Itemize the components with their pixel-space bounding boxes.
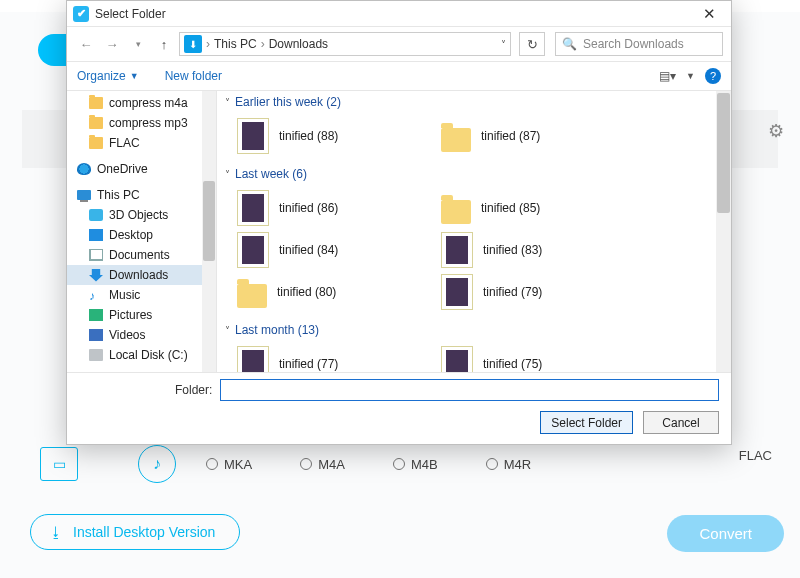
video-format-icon[interactable]: ▭ [40,447,78,481]
folder-item[interactable]: tinified (88) [237,115,441,157]
breadcrumb-leaf[interactable]: Downloads [269,37,328,51]
chevron-down-icon[interactable]: ▼ [686,71,695,81]
folder-item-label: tinified (80) [277,285,336,299]
tree-scrollbar[interactable] [202,91,216,372]
folder-thumbnail [237,118,269,154]
folder-item-label: tinified (87) [481,129,540,143]
dialog-nav: ← → ▾ ↑ › This PC › Downloads ˅ ↻ 🔍 Sear… [67,27,731,61]
install-desktop-button[interactable]: ⭳ Install Desktop Version [30,514,240,550]
folder-item[interactable]: tinified (83) [441,229,645,271]
flac-label: FLAC [739,448,772,463]
format-radio-mka[interactable]: MKA [206,457,252,472]
download-icon: ⭳ [49,524,63,540]
help-button[interactable]: ? [705,68,721,84]
nav-back-button[interactable]: ← [75,33,97,55]
folder-thumbnail [237,232,269,268]
breadcrumb-root[interactable]: This PC [214,37,257,51]
folder-item[interactable]: tinified (75) [441,343,645,372]
group-header[interactable]: ˅Earlier this week (2) [217,91,731,113]
format-row: ▭ ♪ MKAM4AM4BM4R [40,444,780,484]
nav-tree: compress m4acompress mp3FLACOneDriveThis… [67,91,217,372]
format-radio-m4b[interactable]: M4B [393,457,438,472]
tree-item-onedrive[interactable]: OneDrive [67,159,216,179]
view-options-button[interactable]: ▤▾ [659,69,676,83]
folder-item[interactable]: tinified (86) [237,187,441,229]
chevron-right-icon: › [206,37,210,51]
refresh-button[interactable]: ↻ [519,32,545,56]
folder-icon [441,200,471,224]
format-radio-m4a[interactable]: M4A [300,457,345,472]
breadcrumb-dropdown-icon[interactable]: ˅ [501,39,506,50]
close-button[interactable]: ✕ [691,5,727,23]
group-header[interactable]: ˅Last week (6) [217,163,731,185]
folder-item[interactable]: tinified (77) [237,343,441,372]
select-folder-dialog: ✔ Select Folder ✕ ← → ▾ ↑ › This PC › Do… [66,0,732,445]
dialog-titlebar: ✔ Select Folder ✕ [67,1,731,27]
search-box[interactable]: 🔍 Search Downloads [555,32,723,56]
chevron-down-icon: ˅ [225,169,230,180]
new-folder-button[interactable]: New folder [165,69,222,83]
install-label: Install Desktop Version [73,524,215,540]
folder-item[interactable]: tinified (85) [441,187,645,229]
pic-icon [89,309,103,321]
bg-accent-pill [38,34,66,66]
folder-contents: ˅Earlier this week (2)tinified (88)tinif… [217,91,731,372]
tree-item-documents[interactable]: Documents [67,245,216,265]
cancel-button[interactable]: Cancel [643,411,719,434]
select-folder-button[interactable]: Select Folder [540,411,633,434]
audio-format-icon[interactable]: ♪ [138,445,176,483]
tree-item-3d-objects[interactable]: 3D Objects [67,205,216,225]
tree-item-desktop[interactable]: Desktop [67,225,216,245]
search-placeholder: Search Downloads [583,37,684,51]
folder-thumbnail [237,190,269,226]
folder-item-label: tinified (79) [483,285,542,299]
content-scrollbar[interactable] [716,91,731,372]
tree-item-network[interactable]: Network [67,371,216,372]
search-icon: 🔍 [562,37,577,51]
chevron-down-icon: ˅ [225,325,230,336]
convert-button[interactable]: Convert [667,515,784,552]
downloads-location-icon [184,35,202,53]
folder-thumbnail [441,274,473,310]
nav-recent-dropdown[interactable]: ▾ [127,33,149,55]
folder-thumbnail [441,232,473,268]
group-header[interactable]: ˅Last month (13) [217,319,731,341]
settings-gear-icon[interactable]: ⚙ [768,120,784,142]
folder-item-label: tinified (77) [279,357,338,371]
nav-up-button[interactable]: ↑ [153,33,175,55]
folder-item-label: tinified (84) [279,243,338,257]
folder-item[interactable]: tinified (84) [237,229,441,271]
folder-item[interactable]: tinified (80) [237,271,441,313]
chevron-down-icon: ˅ [225,97,230,108]
folder-thumbnail [441,346,473,372]
format-radio-m4r[interactable]: M4R [486,457,531,472]
folder-item-label: tinified (75) [483,357,542,371]
tree-item-local-disk-c-[interactable]: Local Disk (C:) [67,345,216,365]
folder-item-label: tinified (85) [481,201,540,215]
nav-forward-button[interactable]: → [101,33,123,55]
chevron-down-icon: ▼ [130,71,139,81]
folder-icon [441,128,471,152]
vid-icon [89,329,103,341]
tree-item-pictures[interactable]: Pictures [67,305,216,325]
folder-item-label: tinified (88) [279,129,338,143]
folder-item[interactable]: tinified (79) [441,271,645,313]
breadcrumb[interactable]: › This PC › Downloads ˅ [179,32,511,56]
tree-item-downloads[interactable]: Downloads [67,265,216,285]
doc-icon [89,249,103,261]
tree-item-thispc[interactable]: This PC [67,185,216,205]
tree-item-music[interactable]: ♪Music [67,285,216,305]
folder-input[interactable] [220,379,719,401]
tree-item-videos[interactable]: Videos [67,325,216,345]
folder-item[interactable]: tinified (87) [441,115,645,157]
organize-menu[interactable]: Organize ▼ [77,69,139,83]
music-icon: ♪ [89,289,103,301]
folder-item-label: tinified (83) [483,243,542,257]
desk-icon [89,229,103,241]
organize-label: Organize [77,69,126,83]
tree-item-folder[interactable]: compress mp3 [67,113,216,133]
folder-field-label: Folder: [175,383,212,397]
tree-item-folder[interactable]: FLAC [67,133,216,153]
obj-icon [89,209,103,221]
tree-item-folder[interactable]: compress m4a [67,93,216,113]
